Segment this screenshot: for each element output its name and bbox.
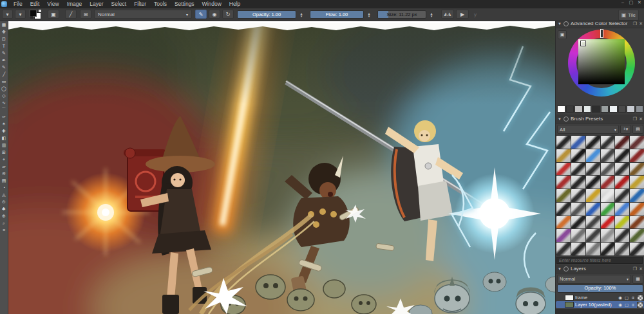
window-control-2[interactable]: ✕ xyxy=(636,0,643,5)
brush-preset-thumbnail[interactable] xyxy=(556,203,571,216)
color-history-swatch[interactable] xyxy=(601,106,609,113)
opacity-spinner[interactable]: ▲▼ xyxy=(297,10,306,19)
menu-filter[interactable]: Filter xyxy=(130,0,150,8)
brush-preset-thumbnail[interactable] xyxy=(586,243,600,255)
brush-preset-thumbnail[interactable] xyxy=(601,203,615,216)
mirror-horizontal-button[interactable]: ◭◮ xyxy=(441,10,454,19)
brush-presets-header[interactable]: ▼ Brush Presets ❐ ✕ xyxy=(556,115,644,124)
menu-file[interactable]: File xyxy=(10,0,26,8)
calligraphy-tool[interactable]: ✒ xyxy=(1,57,8,64)
line-tool[interactable]: ╱ xyxy=(1,71,8,78)
color-history-swatch[interactable] xyxy=(618,106,627,113)
brush-preset-thumbnail[interactable] xyxy=(630,149,644,162)
menu-edit[interactable]: Edit xyxy=(26,0,44,8)
brush-preset-thumbnail[interactable] xyxy=(556,163,571,176)
brush-preset-thumbnail[interactable] xyxy=(601,229,615,242)
brush-preset-thumbnail[interactable] xyxy=(601,243,615,255)
assistants-tool[interactable]: ▱ xyxy=(1,163,8,170)
layer-blending-mode-dropdown[interactable]: Normal ▾ xyxy=(557,275,631,284)
color-history-swatch[interactable] xyxy=(627,106,635,113)
blending-mode-dropdown[interactable]: Normal ▾ xyxy=(94,10,192,19)
brush-preset-thumbnail[interactable] xyxy=(615,229,629,242)
alpha-checker-icon[interactable] xyxy=(637,302,643,308)
layer-row[interactable]: Layer 10(pasted) ◉ ▢ α xyxy=(556,301,644,308)
show-pattern-icon[interactable]: ⊞ xyxy=(80,10,91,19)
brush-preset-thumbnail[interactable] xyxy=(630,163,644,176)
menu-image[interactable]: Image xyxy=(63,0,86,8)
brush-preset-thumbnail[interactable] xyxy=(586,189,600,202)
mirror-vertical-button[interactable]: ▶ xyxy=(456,10,469,19)
window-control-0[interactable]: – xyxy=(620,0,626,5)
brush-preset-thumbnail[interactable] xyxy=(586,216,600,229)
add-tag-button[interactable]: +▾ xyxy=(620,125,631,134)
canvas[interactable] xyxy=(8,21,555,314)
brush-preset-thumbnail[interactable] xyxy=(601,189,615,202)
close-panel-icon[interactable]: ✕ xyxy=(639,266,643,272)
rectangle-tool[interactable]: ▭ xyxy=(1,78,8,85)
brush-preset-thumbnail[interactable] xyxy=(571,163,585,176)
brush-preset-thumbnail[interactable] xyxy=(556,136,571,149)
collapse-arrow-icon[interactable]: ▼ xyxy=(558,117,562,121)
ellipse-tool[interactable]: ◯ xyxy=(1,86,8,92)
brush-preset-thumbnail[interactable] xyxy=(630,189,644,202)
rect-select-tool[interactable]: ▤ xyxy=(1,178,8,184)
brush-preset-thumbnail[interactable] xyxy=(556,243,571,255)
brush-preset-thumbnail[interactable] xyxy=(586,149,600,162)
brush-preset-thumbnail[interactable] xyxy=(615,243,629,255)
transform-tool[interactable]: ▦ xyxy=(1,22,8,28)
collapse-arrow-icon[interactable]: ▼ xyxy=(558,267,562,271)
menu-select[interactable]: Select xyxy=(108,0,131,8)
brush-preset-thumbnail[interactable] xyxy=(630,203,644,216)
resource-filter-input[interactable] xyxy=(556,257,643,264)
brush-preset-thumbnail[interactable] xyxy=(571,176,585,189)
brush-preset-thumbnail[interactable] xyxy=(601,136,615,149)
bezier-curve-tool[interactable]: ⌒ xyxy=(1,107,8,113)
brush-preset-thumbnail[interactable] xyxy=(615,203,629,216)
color-history-swatch[interactable] xyxy=(557,106,565,113)
gradient-combo[interactable]: ▾ xyxy=(15,10,26,19)
brush-preset-thumbnail[interactable] xyxy=(630,243,644,255)
brush-preset-thumbnail[interactable] xyxy=(615,216,629,229)
gradient-tool[interactable]: ▥ xyxy=(1,142,8,149)
size-spinner[interactable]: ▲▼ xyxy=(427,10,436,19)
alpha-checker-icon[interactable] xyxy=(637,295,643,301)
color-history-swatch[interactable] xyxy=(583,106,592,113)
float-panel-icon[interactable]: ❐ xyxy=(633,266,637,272)
workspace-chooser-button[interactable]: ▣ Tile xyxy=(618,10,639,21)
brush-preset-thumbnail[interactable] xyxy=(571,203,585,216)
brush-preset-thumbnail[interactable] xyxy=(571,229,585,242)
menu-tools[interactable]: Tools xyxy=(150,0,171,8)
layer-filter-icon[interactable]: ▦ xyxy=(632,275,643,284)
polygon-tool[interactable]: ◇ xyxy=(1,93,8,99)
pattern-tool[interactable]: ⊞ xyxy=(1,149,8,156)
pattern-edit-icon[interactable]: ╱ xyxy=(65,10,77,19)
brush-preset-thumbnail[interactable] xyxy=(601,149,615,162)
wrap-around-mode-icon[interactable]: ◉ xyxy=(209,10,220,19)
fill-tool[interactable]: ◧ xyxy=(1,135,8,142)
brush-preset-thumbnail[interactable] xyxy=(630,229,644,242)
crop-tool[interactable]: ⊡ xyxy=(1,36,8,42)
collapse-arrow-icon[interactable]: ▼ xyxy=(558,22,562,26)
brush-preset-thumbnail[interactable] xyxy=(556,149,571,162)
text-tool[interactable]: T xyxy=(1,43,8,50)
dynamic-brush-tool[interactable]: ✶ xyxy=(1,121,8,127)
close-panel-icon[interactable]: ✕ xyxy=(639,21,643,26)
size-slider[interactable]: Size: 11.22 px xyxy=(377,10,426,19)
brush-preset-thumbnail[interactable] xyxy=(586,163,600,176)
lock-icon[interactable]: ▢ xyxy=(624,295,629,300)
float-panel-icon[interactable]: ❐ xyxy=(633,21,637,26)
brush-preset-thumbnail[interactable] xyxy=(556,216,571,229)
color-history-swatch[interactable] xyxy=(609,106,618,113)
brush-preset-thumbnail[interactable] xyxy=(556,189,571,202)
brush-preset-thumbnail[interactable] xyxy=(615,136,629,149)
menu-settings[interactable]: Settings xyxy=(171,0,198,8)
brush-preset-thumbnail[interactable] xyxy=(630,136,644,149)
brush-preset-thumbnail[interactable] xyxy=(571,189,585,202)
brush-preset-thumbnail[interactable] xyxy=(615,189,629,202)
brush-preset-thumbnail[interactable] xyxy=(571,136,585,149)
wrap-y-button[interactable]: y xyxy=(471,10,480,19)
layer-row[interactable]: frame ◉ ▢ α xyxy=(556,294,644,301)
menu-layer[interactable]: Layer xyxy=(86,0,107,8)
choose-workspace-icon[interactable]: ▣ xyxy=(48,10,59,19)
brush-preset-thumbnail[interactable] xyxy=(601,216,615,229)
